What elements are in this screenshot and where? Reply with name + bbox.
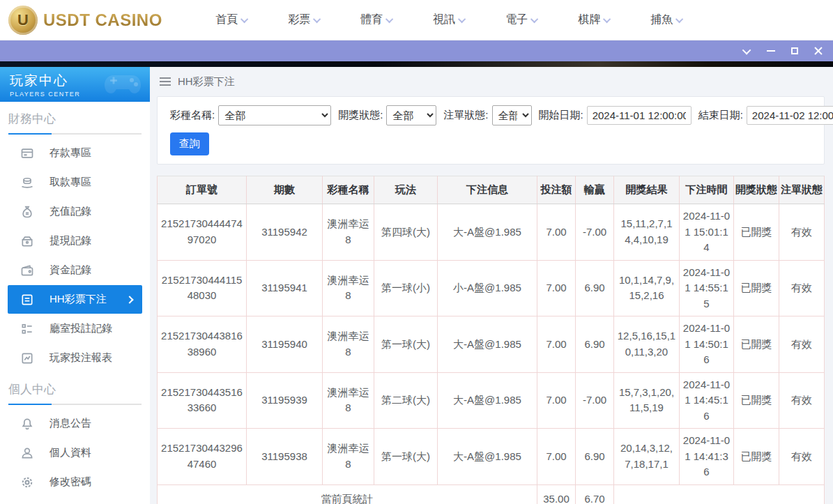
chevron-down-icon bbox=[675, 15, 683, 22]
column-header-draw-status: 開獎狀態 bbox=[734, 176, 779, 204]
table-cell: 6.90 bbox=[576, 429, 614, 485]
table-cell: 7.00 bbox=[537, 260, 576, 316]
table-cell: 澳洲幸运8 bbox=[323, 316, 374, 373]
end-date-input[interactable] bbox=[747, 106, 833, 125]
summary-win-total: 6.70 bbox=[576, 484, 614, 504]
checklist-icon bbox=[20, 322, 34, 336]
bets-table: 訂單號 期數 彩種名稱 玩法 下注信息 投注額 輸贏 開獎結果 下注時間 開獎狀… bbox=[157, 176, 825, 504]
sidebar-item-deposit[interactable]: 存款專區 bbox=[8, 139, 142, 167]
start-date-input[interactable] bbox=[587, 106, 691, 125]
nav-item-sports[interactable]: 體育 bbox=[341, 13, 413, 27]
draw-status-select[interactable]: 全部 bbox=[386, 105, 436, 125]
sidebar-item-announcements[interactable]: 消息公告 bbox=[8, 409, 142, 438]
lottery-name-select[interactable]: 全部 bbox=[218, 105, 331, 125]
hand-coins-icon bbox=[20, 176, 34, 190]
table-cell: 7.00 bbox=[537, 372, 576, 429]
page-title: HH彩票下注 bbox=[178, 75, 235, 89]
chevron-right-icon bbox=[125, 296, 133, 303]
table-cell: 31195938 bbox=[247, 429, 323, 485]
brand-logo[interactable]: U USDT CASINO bbox=[8, 6, 162, 35]
table-row: 215217304441154803031195941澳洲幸运8第一球(小)小-… bbox=[158, 260, 825, 316]
brand-coin-icon: U bbox=[8, 6, 38, 35]
table-cell: 7.00 bbox=[537, 316, 576, 373]
table-header-row: 訂單號 期數 彩種名稱 玩法 下注信息 投注額 輸贏 開獎結果 下注時間 開獎狀… bbox=[158, 176, 825, 204]
bell-icon bbox=[20, 417, 34, 431]
table-cell: 6.90 bbox=[576, 260, 614, 316]
sidebar-item-withdraw[interactable]: 取款專區 bbox=[8, 168, 142, 197]
table-cell: 有效 bbox=[779, 204, 825, 261]
table-cell: 31195939 bbox=[247, 372, 323, 429]
table-cell: 6.90 bbox=[576, 316, 614, 373]
table-cell: 小-A盤@1.985 bbox=[438, 260, 537, 316]
sidebar: 玩家中心 PLAYERS CENTER 財務中心 存款專區 取款專區 充值記錄 bbox=[0, 67, 150, 504]
table-cell: 2152173044411548030 bbox=[158, 260, 247, 316]
nav-item-electronic[interactable]: 電子 bbox=[486, 13, 558, 27]
table-cell: 2024-11-01 14:55:15 bbox=[680, 260, 734, 316]
nav-item-boardgames[interactable]: 棋牌 bbox=[558, 13, 631, 27]
order-status-label: 注單狀態: bbox=[443, 109, 488, 122]
table-body: 215217304444749702031195942澳洲幸运8第四球(大)大-… bbox=[158, 204, 825, 485]
search-button[interactable]: 查詢 bbox=[170, 132, 209, 155]
table-cell: 10,1,14,7,9,15,2,16 bbox=[614, 260, 680, 316]
app-header: U USDT CASINO 首頁 彩票 體育 視訊 電子 棋牌 捕魚 bbox=[0, 0, 833, 40]
summary-empty bbox=[614, 484, 825, 504]
order-status-select[interactable]: 全部 bbox=[492, 105, 532, 125]
column-header-lottery-name: 彩種名稱 bbox=[323, 176, 374, 204]
column-header-play-type: 玩法 bbox=[374, 176, 438, 204]
table-cell: 有效 bbox=[779, 260, 825, 316]
window-dropdown-icon[interactable] bbox=[742, 46, 752, 56]
chevron-down-icon bbox=[458, 15, 466, 22]
column-header-draw-result: 開獎結果 bbox=[614, 176, 680, 204]
table-cell: 第一球(大) bbox=[374, 429, 438, 485]
nav-item-home[interactable]: 首頁 bbox=[196, 13, 268, 27]
table-cell: 有效 bbox=[779, 316, 825, 373]
maximize-icon[interactable] bbox=[790, 46, 800, 56]
column-header-bet-amount: 投注額 bbox=[537, 176, 576, 204]
user-icon bbox=[20, 446, 34, 460]
main-content: HH彩票下注 彩種名稱: 全部 開獎狀態: 全部 注單狀態: 全部 開始日期: bbox=[150, 67, 833, 504]
table-cell: 第四球(大) bbox=[374, 204, 438, 261]
section-personal-center: 個人中心 bbox=[8, 381, 142, 404]
table-cell: 15,7,3,1,20,11,5,19 bbox=[614, 372, 680, 429]
table-cell: 澳洲幸运8 bbox=[323, 429, 374, 485]
table-cell: 12,5,16,15,10,11,3,20 bbox=[614, 316, 680, 373]
table-cell: 31195942 bbox=[247, 204, 323, 261]
table-row: 215217304438163896031195940澳洲幸运8第一球(大)大-… bbox=[158, 316, 825, 373]
sidebar-item-player-bet-report[interactable]: 玩家投注報表 bbox=[8, 344, 142, 372]
table-row: 215217304432964746031195938澳洲幸运8第一球(大)大-… bbox=[158, 429, 825, 485]
nav-item-fishing[interactable]: 捕魚 bbox=[631, 13, 703, 27]
table-cell: 大-A盤@1.985 bbox=[438, 429, 537, 485]
sidebar-item-recharge-record[interactable]: 充值記錄 bbox=[8, 197, 142, 226]
table-cell: 有效 bbox=[779, 429, 825, 485]
nav-item-video[interactable]: 視訊 bbox=[413, 13, 486, 27]
sidebar-item-funds-record[interactable]: 資金記錄 bbox=[8, 256, 142, 284]
table-cell: 第一球(小) bbox=[374, 260, 438, 316]
hamburger-icon[interactable] bbox=[160, 77, 171, 86]
table-cell: 2152173044447497020 bbox=[158, 204, 247, 261]
table-cell: 澳洲幸运8 bbox=[323, 260, 374, 316]
sidebar-item-change-password[interactable]: 修改密碼 bbox=[8, 468, 142, 496]
table-cell: 已開獎 bbox=[734, 316, 779, 373]
table-cell: 20,14,3,12,7,18,17,1 bbox=[614, 429, 680, 485]
summary-label: 當前頁統計 bbox=[158, 484, 537, 504]
deposit-card-icon bbox=[20, 146, 34, 160]
summary-row-current-page: 當前頁統計 35.00 6.70 bbox=[158, 484, 825, 504]
table-cell: 大-A盤@1.985 bbox=[438, 372, 537, 429]
sidebar-item-room-bet-record[interactable]: 廳室投註記錄 bbox=[8, 314, 142, 343]
sidebar-item-hh-lottery-bets[interactable]: HH彩票下注 bbox=[8, 285, 142, 314]
sidebar-item-profile[interactable]: 個人資料 bbox=[8, 438, 142, 467]
chevron-down-icon bbox=[313, 15, 321, 22]
table-cell: 2024-11-01 14:45:16 bbox=[680, 372, 734, 429]
chevron-down-icon bbox=[603, 15, 611, 22]
table-cell: 已開獎 bbox=[734, 429, 779, 485]
brand-name: USDT CASINO bbox=[43, 10, 162, 30]
nav-item-lottery[interactable]: 彩票 bbox=[268, 13, 341, 27]
table-cell: 大-A盤@1.985 bbox=[438, 316, 537, 373]
close-icon[interactable] bbox=[813, 46, 823, 56]
chevron-down-icon bbox=[240, 15, 248, 22]
summary-bet-total: 35.00 bbox=[537, 484, 576, 504]
table-cell: 2152173044329647460 bbox=[158, 429, 247, 485]
sidebar-item-withdrawal-record[interactable]: 提現記錄 bbox=[8, 227, 142, 255]
minimize-icon[interactable] bbox=[766, 46, 776, 56]
main-nav: 首頁 彩票 體育 視訊 電子 棋牌 捕魚 bbox=[196, 13, 703, 27]
